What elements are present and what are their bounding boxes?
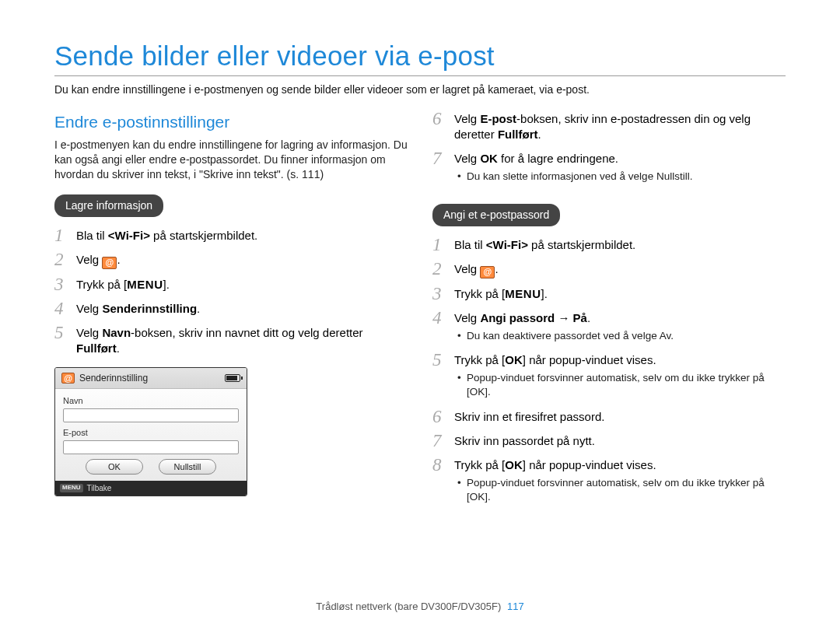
step-item: 6 Velg E-post-boksen, skriv inn e-postad… [432,111,786,143]
email-icon [102,257,117,269]
step-number: 1 [54,226,73,244]
step-item: 3 Trykk på [MENU]. [54,277,408,293]
device-panel-title: Senderinnstilling [79,372,148,384]
step-item: 6 Skriv inn et firesifret passord. [432,409,786,426]
device-field-label-name: Navn [63,395,239,407]
steps-set-password: 1 Bla til <Wi-Fi> på startskjermbildet. … [432,237,786,506]
step-body: Velg Navn-boksen, skriv inn navnet ditt … [73,325,408,357]
step-item: 4 Velg Senderinnstilling. [54,301,408,317]
device-back-label: Tilbake [87,483,112,494]
page-title: Sende bilder eller videoer via e-post [54,37,786,74]
step-number: 6 [432,110,451,128]
step-number: 2 [432,260,451,278]
step-number: 6 [432,408,451,426]
page-number: 117 [507,601,524,612]
step-item: 1 Bla til <Wi-Fi> på startskjermbildet. [54,228,408,244]
step-sublist: Popup-vinduet forsvinner automatisk, sel… [454,371,786,399]
step-item: 7 Skriv inn passordet på nytt. [432,433,786,450]
step-body: Trykk på [OK] når popup-vinduet vises. P… [451,457,786,506]
step-body: Trykk på [MENU]. [451,286,786,302]
step-number: 4 [54,299,73,317]
step-item: 1 Bla til <Wi-Fi> på startskjermbildet. [432,237,786,254]
device-field-input-name[interactable] [63,408,239,422]
step-item: 5 Trykk på [OK] når popup-vinduet vises.… [432,352,786,401]
email-icon [480,266,495,278]
step-body: Velg . [451,261,786,278]
step-body: Trykk på [MENU]. [73,277,408,292]
step-body: Bla til <Wi-Fi> på startskjermbildet. [73,228,408,243]
step-sublist: Du kan slette informasjonen ved å velge … [454,170,786,184]
device-panel-body: Navn E-post OK Nullstill [55,389,247,481]
step-body: Velg E-post-boksen, skriv inn e-postadre… [451,111,786,143]
step-number: 3 [54,275,73,293]
step-item: 7 Velg OK for å lagre endringene. Du kan… [432,151,786,185]
ok-icon: OK [505,458,523,471]
step-item: 2 Velg . [54,252,408,269]
step-body: Velg . [73,252,408,269]
left-column: Endre e-postinnstillinger I e-postmenyen… [54,111,408,513]
step-body: Velg Angi passord → På. Du kan deaktiver… [451,310,786,345]
step-item: 8 Trykk på [OK] når popup-vinduet vises.… [432,457,786,506]
email-icon [61,373,75,384]
ok-icon: OK [505,353,523,366]
title-rule [54,75,786,76]
device-field-input-email[interactable] [63,440,239,454]
step-body: Velg OK for å lagre endringene. Du kan s… [451,151,786,185]
menu-icon: MENU [127,278,163,291]
battery-icon [225,374,240,382]
footer-text: Trådløst nettverk (bare DV300F/DV305F) [316,601,501,612]
step-number: 2 [54,250,73,268]
step-subitem: Du kan slette informasjonen ved å velge … [454,170,786,184]
section-intro-settings: I e-postmenyen kan du endre innstillinge… [54,138,408,182]
step-item: 3 Trykk på [MENU]. [432,286,786,303]
step-subitem: Du kan deaktivere passordet ved å velge … [454,329,786,343]
device-reset-button[interactable]: Nullstill [159,459,216,475]
step-item: 4 Velg Angi passord → På. Du kan deaktiv… [432,310,786,345]
device-panel: Senderinnstilling Navn E-post OK Nullsti… [54,367,247,496]
step-number: 8 [432,456,451,474]
step-body: Trykk på [OK] når popup-vinduet vises. P… [451,352,786,401]
menu-icon: MENU [505,287,541,300]
step-number: 5 [432,351,451,369]
step-item: 5 Velg Navn-boksen, skriv inn navnet dit… [54,325,408,357]
step-sublist: Popup-vinduet forsvinner automatisk, sel… [454,476,786,504]
step-number: 4 [432,309,451,327]
step-body: Velg Senderinnstilling. [73,301,408,317]
steps-save-info: 1 Bla til <Wi-Fi> på startskjermbildet. … [54,228,408,356]
pill-save-info: Lagre informasjon [54,194,163,217]
step-subitem: Popup-vinduet forsvinner automatisk, sel… [454,371,786,399]
step-body: Skriv inn passordet på nytt. [451,433,786,449]
device-ok-button[interactable]: OK [86,459,143,475]
page-footer: Trådløst nettverk (bare DV300F/DV305F) 1… [0,600,840,614]
right-column: 6 Velg E-post-boksen, skriv inn e-postad… [432,111,786,513]
device-panel-footer: MENU Tilbake [55,481,247,496]
steps-save-info-continued: 6 Velg E-post-boksen, skriv inn e-postad… [432,111,786,185]
step-body: Skriv inn et firesifret passord. [451,409,786,425]
step-number: 1 [432,236,451,254]
step-number: 7 [432,149,451,167]
step-number: 5 [54,324,73,342]
step-body: Bla til <Wi-Fi> på startskjermbildet. [451,237,786,253]
step-sublist: Du kan deaktivere passordet ved å velge … [454,329,786,343]
device-field-label-email: E-post [63,427,239,439]
step-subitem: Popup-vinduet forsvinner automatisk, sel… [454,476,786,504]
step-item: 2 Velg . [432,261,786,278]
menu-badge-icon: MENU [60,484,83,492]
step-number: 3 [432,285,451,303]
intro-text: Du kan endre innstillingene i e-postmeny… [54,82,786,97]
step-number: 7 [432,432,451,450]
section-heading-settings: Endre e-postinnstillinger [54,111,408,133]
device-panel-header: Senderinnstilling [55,368,247,389]
pill-set-password: Angi et e-postpassord [432,204,560,226]
